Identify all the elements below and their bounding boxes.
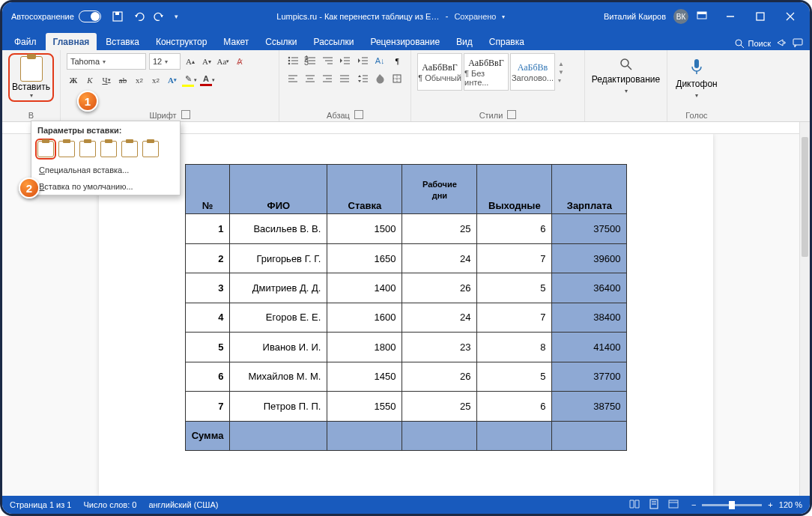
status-page[interactable]: Страница 1 из 1 bbox=[10, 500, 71, 509]
th-name: ФИО bbox=[230, 165, 327, 214]
style-no-spacing[interactable]: АаБбВвГ¶ Без инте... bbox=[464, 53, 509, 91]
align-center-icon[interactable] bbox=[303, 71, 317, 86]
paste-text-only-icon[interactable] bbox=[142, 141, 159, 157]
vertical-scrollbar[interactable] bbox=[799, 122, 810, 496]
zoom-in-icon[interactable]: + bbox=[768, 500, 772, 509]
show-marks-icon[interactable]: ¶ bbox=[390, 53, 405, 68]
borders-icon[interactable] bbox=[390, 71, 405, 86]
line-spacing-icon[interactable] bbox=[355, 71, 369, 86]
multilevel-icon[interactable] bbox=[321, 53, 335, 68]
align-left-icon[interactable] bbox=[285, 71, 300, 86]
underline-button[interactable]: Ч▾ bbox=[100, 73, 113, 88]
zoom-out-icon[interactable]: − bbox=[691, 500, 696, 509]
font-name-combo[interactable]: Tahoma▾ bbox=[67, 53, 146, 70]
table-row[interactable]: 1Васильев В. В.150025637500 bbox=[185, 214, 627, 243]
tab-design[interactable]: Конструктор bbox=[148, 33, 214, 50]
table-row[interactable]: 5Иванов И. И.180023841400 bbox=[185, 333, 627, 362]
font-launcher-icon[interactable] bbox=[181, 110, 190, 119]
font-size-combo[interactable]: 12▾ bbox=[149, 53, 181, 70]
close-button[interactable] bbox=[775, 2, 805, 31]
comments-icon[interactable] bbox=[792, 37, 804, 50]
table-row[interactable]: 4Егоров Е. Е.160024738400 bbox=[185, 303, 627, 332]
text-effects-icon[interactable]: A▾ bbox=[166, 73, 179, 88]
justify-icon[interactable] bbox=[338, 71, 352, 86]
paste-default-item[interactable]: Вставка по умолчанию... bbox=[31, 178, 180, 195]
web-layout-icon[interactable] bbox=[667, 498, 679, 512]
shading-icon[interactable] bbox=[372, 71, 387, 86]
share-icon[interactable] bbox=[775, 37, 787, 50]
autosave-toggle[interactable]: Автосохранение bbox=[11, 10, 101, 22]
tab-review[interactable]: Рецензирование bbox=[363, 33, 447, 50]
bold-button[interactable]: Ж bbox=[67, 73, 80, 88]
tab-view[interactable]: Вид bbox=[449, 33, 480, 50]
zoom-value[interactable]: 120 % bbox=[779, 500, 802, 509]
minimize-button[interactable] bbox=[715, 2, 745, 31]
increase-indent-icon[interactable] bbox=[355, 53, 369, 68]
tab-mailings[interactable]: Рассылки bbox=[306, 33, 362, 50]
print-layout-icon[interactable] bbox=[648, 498, 660, 512]
numbering-icon[interactable]: 123 bbox=[303, 53, 317, 68]
styles-more-icon[interactable]: ▾ bbox=[558, 77, 564, 84]
group-label-clipboard: В bbox=[28, 109, 34, 120]
callout-2: 2 bbox=[19, 177, 40, 198]
avatar[interactable]: ВК bbox=[673, 9, 688, 24]
highlight-icon[interactable]: ✎▾ bbox=[182, 73, 197, 88]
status-lang[interactable]: английский (США) bbox=[148, 500, 218, 509]
change-case-icon[interactable]: Aa▾ bbox=[216, 54, 230, 69]
zoom-slider[interactable] bbox=[702, 504, 762, 506]
dictate-button[interactable]: Диктофон ▾ bbox=[673, 53, 720, 103]
undo-icon[interactable] bbox=[133, 10, 145, 22]
align-right-icon[interactable] bbox=[321, 71, 335, 86]
redo-icon[interactable] bbox=[154, 10, 166, 22]
ribbon-display-icon[interactable] bbox=[696, 10, 708, 23]
paragraph-launcher-icon[interactable] bbox=[354, 110, 363, 119]
font-color-icon[interactable]: A▾ bbox=[200, 73, 215, 88]
status-words[interactable]: Число слов: 0 bbox=[83, 500, 136, 509]
toggle-switch-icon bbox=[79, 10, 101, 22]
table-row[interactable]: 7Петров П. П.155025638750 bbox=[185, 392, 627, 421]
tab-home[interactable]: Главная bbox=[46, 33, 97, 50]
paste-link-source-icon[interactable] bbox=[79, 141, 96, 157]
paste-use-dest-icon[interactable] bbox=[58, 141, 75, 157]
strike-button[interactable]: ab bbox=[116, 73, 130, 88]
grow-font-icon[interactable]: A▴ bbox=[184, 54, 197, 69]
shrink-font-icon[interactable]: A▾ bbox=[200, 54, 213, 69]
paste-button-highlight: Вставить ▾ bbox=[8, 53, 54, 102]
styles-gallery[interactable]: АаБбВвГ¶ Обычный АаБбВвГ¶ Без инте... Аа… bbox=[417, 53, 578, 91]
style-heading[interactable]: АаБбВвЗаголово... bbox=[510, 53, 555, 91]
clipboard-icon bbox=[20, 56, 43, 82]
clear-format-icon[interactable]: A̷ bbox=[233, 54, 246, 69]
superscript-button[interactable]: x2 bbox=[149, 73, 163, 88]
paste-keep-source-icon[interactable] bbox=[37, 141, 54, 157]
tab-help[interactable]: Справка bbox=[482, 33, 532, 50]
maximize-button[interactable] bbox=[745, 2, 775, 31]
data-table[interactable]: № ФИО Ставка Рабочиедни Выходные Зарплат… bbox=[185, 164, 628, 451]
save-icon[interactable] bbox=[112, 10, 124, 22]
tab-layout[interactable]: Макет bbox=[216, 33, 256, 50]
subscript-button[interactable]: x2 bbox=[133, 73, 146, 88]
styles-launcher-icon[interactable] bbox=[507, 110, 516, 119]
tab-references[interactable]: Ссылки bbox=[258, 33, 304, 50]
styles-up-icon[interactable]: ▲ bbox=[558, 61, 564, 67]
tab-file[interactable]: Файл bbox=[7, 33, 44, 50]
decrease-indent-icon[interactable] bbox=[338, 53, 352, 68]
styles-down-icon[interactable]: ▼ bbox=[558, 69, 564, 76]
table-row[interactable]: 6Михайлов М. М.145026537700 bbox=[185, 362, 627, 391]
paste-button[interactable]: Вставить ▾ bbox=[11, 56, 51, 99]
italic-button[interactable]: К bbox=[83, 73, 97, 88]
table-row[interactable]: 2Григорьев Г. Г.165024739600 bbox=[185, 243, 627, 273]
paste-picture-icon[interactable] bbox=[121, 141, 138, 157]
sort-icon[interactable]: A↓ bbox=[372, 53, 387, 68]
bullets-icon[interactable] bbox=[285, 53, 300, 68]
zoom-control[interactable]: − + 120 % bbox=[691, 500, 802, 509]
paste-link-dest-icon[interactable] bbox=[100, 141, 117, 157]
user-name[interactable]: Виталий Каиров bbox=[604, 12, 666, 21]
page: № ФИО Ставка Рабочиедни Выходные Зарплат… bbox=[99, 134, 713, 496]
paste-special-item[interactable]: Специальная вставка... bbox=[31, 162, 180, 178]
editing-button[interactable]: Редактирование ▾ bbox=[591, 53, 661, 99]
search-box[interactable]: Поиск bbox=[733, 37, 771, 49]
table-row[interactable]: 3Дмитриев Д. Д.140026536400 bbox=[185, 273, 627, 303]
tab-insert[interactable]: Вставка bbox=[98, 33, 147, 50]
style-normal[interactable]: АаБбВвГ¶ Обычный bbox=[417, 53, 462, 91]
read-mode-icon[interactable] bbox=[628, 498, 640, 512]
